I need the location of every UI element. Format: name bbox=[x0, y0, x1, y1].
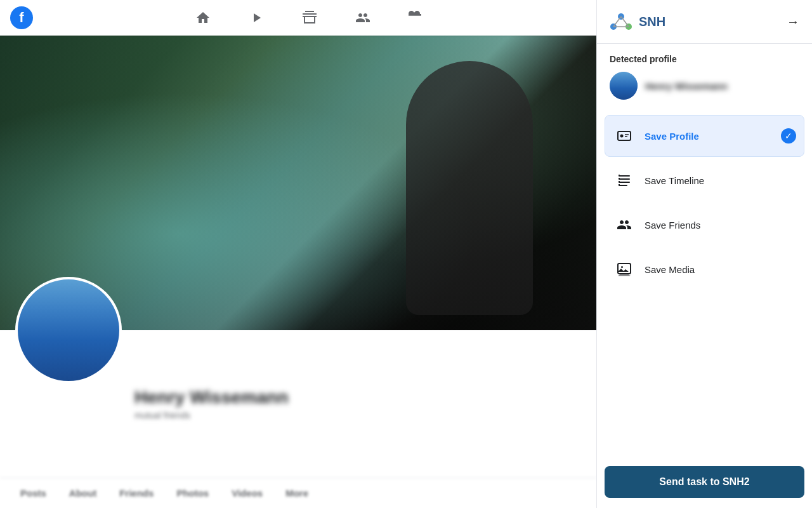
home-nav-icon[interactable] bbox=[189, 4, 217, 32]
tab-videos[interactable]: Videos bbox=[221, 480, 273, 506]
profile-info-area: Henry Wissemann mutual friends Add Frien… bbox=[0, 330, 596, 508]
image-icon bbox=[613, 258, 636, 281]
detected-user: Henry Wissemann bbox=[610, 72, 799, 100]
svg-rect-16 bbox=[619, 181, 620, 182]
tab-photos[interactable]: Photos bbox=[166, 480, 219, 506]
navigate-away-button[interactable]: → bbox=[787, 15, 799, 29]
gaming-nav-icon[interactable] bbox=[402, 4, 430, 32]
snh-panel: SNH → Detected profile Henry Wissemann bbox=[596, 0, 812, 508]
svg-rect-18 bbox=[618, 264, 631, 274]
snh-logo-text: SNH bbox=[639, 15, 665, 29]
svg-rect-15 bbox=[619, 178, 620, 179]
detected-profile-section: Detected profile Henry Wissemann bbox=[597, 44, 812, 110]
save-timeline-item[interactable]: Save Timeline bbox=[605, 159, 804, 201]
tab-posts[interactable]: Posts bbox=[10, 480, 56, 506]
snh-logo-icon bbox=[610, 10, 632, 33]
svg-rect-11 bbox=[619, 178, 630, 180]
save-profile-label: Save Profile bbox=[645, 131, 772, 142]
save-media-label: Save Media bbox=[645, 264, 796, 275]
profile-name: Henry Wissemann bbox=[134, 387, 586, 408]
tab-friends[interactable]: Friends bbox=[109, 480, 164, 506]
video-nav-icon[interactable] bbox=[242, 4, 270, 32]
svg-rect-17 bbox=[619, 184, 620, 185]
svg-rect-12 bbox=[619, 182, 630, 183]
save-friends-item[interactable]: Save Friends bbox=[605, 204, 804, 246]
save-timeline-label: Save Timeline bbox=[645, 175, 796, 186]
id-card-icon bbox=[613, 124, 636, 147]
groups-nav-icon[interactable] bbox=[349, 4, 377, 32]
detected-avatar bbox=[610, 72, 638, 100]
profile-mutual: mutual friends bbox=[134, 410, 586, 420]
marketplace-nav-icon[interactable] bbox=[296, 4, 324, 32]
list-icon bbox=[613, 169, 636, 192]
save-profile-item[interactable]: Save Profile ✓ bbox=[605, 115, 804, 157]
detected-username: Henry Wissemann bbox=[645, 81, 799, 91]
svg-rect-6 bbox=[618, 131, 631, 140]
fb-logo: f bbox=[10, 6, 33, 29]
svg-rect-10 bbox=[619, 175, 630, 177]
save-friends-label: Save Friends bbox=[645, 220, 796, 231]
save-profile-check: ✓ bbox=[781, 128, 796, 144]
profile-details: Henry Wissemann mutual friends bbox=[134, 330, 586, 420]
send-task-button[interactable]: Send task to SNH2 bbox=[605, 466, 804, 498]
svg-rect-14 bbox=[619, 175, 620, 176]
snh-header: SNH → bbox=[597, 0, 812, 44]
menu-items-list: Save Profile ✓ Save Timeline bbox=[597, 110, 812, 456]
svg-line-3 bbox=[613, 17, 621, 27]
users-icon bbox=[613, 213, 636, 236]
profile-avatar bbox=[15, 277, 122, 384]
svg-rect-13 bbox=[619, 185, 627, 186]
fb-navbar: f bbox=[0, 0, 596, 36]
tab-more[interactable]: More bbox=[275, 480, 318, 506]
svg-line-4 bbox=[621, 17, 629, 27]
detected-label: Detected profile bbox=[610, 54, 799, 64]
svg-point-19 bbox=[621, 266, 623, 268]
tab-about[interactable]: About bbox=[59, 480, 107, 506]
profile-tabs: Posts About Friends Photos Videos More bbox=[0, 478, 596, 508]
save-media-item[interactable]: Save Media bbox=[605, 248, 804, 290]
fb-nav-icons bbox=[33, 4, 586, 32]
svg-point-7 bbox=[620, 135, 624, 138]
facebook-page: f bbox=[0, 0, 596, 508]
snh-logo: SNH bbox=[610, 10, 665, 33]
